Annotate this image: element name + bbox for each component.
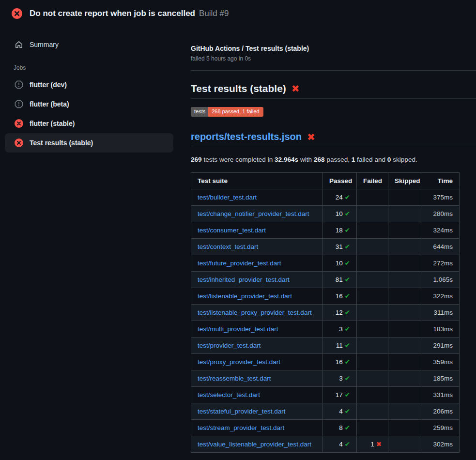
skipped-cell xyxy=(388,354,422,370)
badge-value: 268 passed, 1 failed xyxy=(208,107,263,117)
page-header: Do not create report when job is cancell… xyxy=(0,0,476,27)
suite-link[interactable]: test/builder_test.dart xyxy=(198,194,257,201)
report-file-heading: reports/test-results.json ✖ xyxy=(191,131,476,146)
column-header: Failed xyxy=(357,173,388,189)
skipped-cell xyxy=(388,420,422,436)
suite-cell: test/selector_test.dart xyxy=(191,387,323,403)
time-cell: 185ms xyxy=(422,370,460,387)
suite-link[interactable]: test/stream_provider_test.dart xyxy=(198,424,284,431)
passed-cell: 10✔ xyxy=(323,206,357,222)
suite-link[interactable]: test/provider_test.dart xyxy=(198,342,261,349)
skipped-cell xyxy=(388,222,422,239)
check-icon: ✔ xyxy=(345,358,350,366)
time-cell: 324ms xyxy=(422,222,460,239)
count-value: 12 xyxy=(336,309,343,316)
skipped-cell xyxy=(388,321,422,337)
failed-cell xyxy=(357,255,388,272)
count-value: 16 xyxy=(336,292,343,300)
suite-link[interactable]: test/multi_provider_test.dart xyxy=(198,325,278,333)
passed-cell: 12✔ xyxy=(323,305,357,321)
failed-cell xyxy=(357,321,388,337)
time-cell: 359ms xyxy=(422,354,460,370)
suite-cell: test/builder_test.dart xyxy=(191,189,323,206)
time-cell: 206ms xyxy=(422,403,460,420)
suite-link[interactable]: test/value_listenable_provider_test.dart xyxy=(198,441,311,448)
time-cell: 644ms xyxy=(422,239,460,255)
check-icon: ✔ xyxy=(345,424,350,431)
suite-link[interactable]: test/stateful_provider_test.dart xyxy=(198,408,286,415)
suite-link[interactable]: test/context_test.dart xyxy=(198,243,258,250)
count-value: 10 xyxy=(336,260,343,267)
table-row: test/provider_test.dart11✔291ms xyxy=(191,337,460,354)
table-row: test/multi_provider_test.dart3✔183ms xyxy=(191,321,460,337)
table-row: test/stateful_provider_test.dart4✔206ms xyxy=(191,403,460,420)
failed-cell xyxy=(357,288,388,305)
skipped-cell xyxy=(388,305,422,321)
table-row: test/builder_test.dart24✔375ms xyxy=(191,189,460,206)
check-icon: ✔ xyxy=(345,391,350,399)
suite-cell: test/consumer_test.dart xyxy=(191,222,323,239)
x-circle-fill-icon xyxy=(15,138,23,147)
suite-link[interactable]: test/selector_test.dart xyxy=(198,391,260,399)
report-file-link[interactable]: reports/test-results.json xyxy=(191,131,302,142)
time-cell: 311ms xyxy=(422,305,460,321)
table-row: test/selector_test.dart17✔331ms xyxy=(191,387,460,403)
sidebar-item-job[interactable]: flutter (beta) xyxy=(5,94,173,114)
passed-cell: 11✔ xyxy=(323,337,357,354)
summary-number: 32.964s xyxy=(275,156,298,163)
suite-link[interactable]: test/change_notifier_provider_test.dart xyxy=(198,210,309,217)
count-value: 3 xyxy=(339,325,343,333)
sidebar-item-label: Summary xyxy=(30,41,59,48)
suite-cell: test/value_listenable_provider_test.dart xyxy=(191,436,323,453)
suite-cell: test/change_notifier_provider_test.dart xyxy=(191,206,323,222)
x-emoji-icon: ✖ xyxy=(307,132,315,142)
suite-link[interactable]: test/inherited_provider_test.dart xyxy=(198,276,290,283)
failed-cell xyxy=(357,189,388,206)
time-cell: 272ms xyxy=(422,255,460,272)
suite-link[interactable]: test/consumer_test.dart xyxy=(198,227,266,234)
suite-cell: test/stream_provider_test.dart xyxy=(191,420,323,436)
home-icon xyxy=(15,40,23,49)
skipped-cell xyxy=(388,288,422,305)
check-icon: ✔ xyxy=(345,243,350,250)
time-cell: 183ms xyxy=(422,321,460,337)
table-body: test/builder_test.dart24✔375mstest/chang… xyxy=(191,189,460,453)
table-row: test/context_test.dart31✔644ms xyxy=(191,239,460,255)
suite-link[interactable]: test/listenable_proxy_provider_test.dart xyxy=(198,309,312,316)
check-icon: ✔ xyxy=(345,292,350,300)
check-icon: ✔ xyxy=(345,441,350,448)
suite-link[interactable]: test/proxy_provider_test.dart xyxy=(198,358,280,366)
table-row: test/reassemble_test.dart3✔185ms xyxy=(191,370,460,387)
suite-cell: test/proxy_provider_test.dart xyxy=(191,354,323,370)
summary-text: tests were completed in xyxy=(202,156,275,163)
sidebar-item-label: Test results (stable) xyxy=(30,139,93,147)
passed-cell: 4✔ xyxy=(323,436,357,453)
sidebar-item-job[interactable]: flutter (stable) xyxy=(5,114,173,133)
summary-text: passed, xyxy=(325,156,352,163)
count-value: 4 xyxy=(339,441,343,448)
suite-link[interactable]: test/reassemble_test.dart xyxy=(198,375,271,382)
failed-cell xyxy=(357,206,388,222)
time-cell: 280ms xyxy=(422,206,460,222)
column-header: Skipped xyxy=(388,173,422,189)
count-value: 1 xyxy=(370,441,374,448)
failed-cell xyxy=(357,305,388,321)
passed-cell: 3✔ xyxy=(323,370,357,387)
table-header-row: Test suitePassedFailedSkippedTime xyxy=(191,173,460,189)
suite-cell: test/multi_provider_test.dart xyxy=(191,321,323,337)
suite-cell: test/listenable_provider_test.dart xyxy=(191,288,323,305)
check-status-time: failed 5 hours ago in 0s xyxy=(191,55,476,62)
check-icon: ✔ xyxy=(345,375,350,382)
sidebar-item-summary[interactable]: Summary xyxy=(5,35,173,54)
count-value: 10 xyxy=(336,210,343,217)
sidebar-item-job[interactable]: flutter (dev) xyxy=(5,75,173,94)
time-cell: 322ms xyxy=(422,288,460,305)
sidebar-item-job[interactable]: Test results (stable) xyxy=(5,133,173,153)
count-value: 18 xyxy=(336,227,343,234)
sidebar-item-label: flutter (dev) xyxy=(30,81,67,89)
suite-link[interactable]: test/future_provider_test.dart xyxy=(198,260,281,267)
table-row: test/inherited_provider_test.dart81✔1.06… xyxy=(191,272,460,288)
suite-link[interactable]: test/listenable_provider_test.dart xyxy=(198,292,292,300)
passed-cell: 8✔ xyxy=(323,420,357,436)
count-value: 81 xyxy=(336,276,343,283)
